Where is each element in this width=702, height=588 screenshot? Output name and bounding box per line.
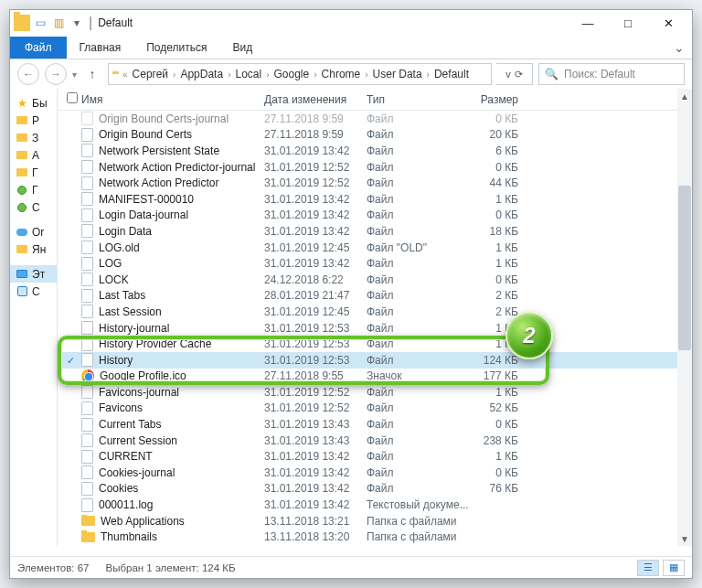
file-row[interactable]: MANIFEST-00001031.01.2019 13:42Файл1 КБ	[58, 191, 692, 208]
file-row[interactable]: LOG31.01.2019 13:42Файл1 КБ	[58, 255, 692, 272]
maximize-button[interactable]: □	[608, 10, 648, 36]
nav-forward-button[interactable]: →	[45, 63, 67, 85]
tab-share[interactable]: Поделиться	[133, 37, 219, 59]
tab-file[interactable]: Файл	[10, 37, 67, 59]
folder-icon	[81, 532, 95, 542]
view-details-button[interactable]: ☰	[637, 560, 659, 576]
sidebar-item[interactable]: Г	[10, 164, 57, 181]
file-row[interactable]: LOCK24.12.2018 6:22Файл0 КБ	[58, 272, 692, 288]
file-row[interactable]: Network Persistent State31.01.2019 13:42…	[58, 143, 692, 159]
breadcrumb-segment[interactable]: AppData	[180, 68, 223, 80]
breadcrumb-caret-icon[interactable]: ›	[266, 69, 269, 80]
breadcrumb-caret-icon[interactable]: ›	[314, 69, 316, 80]
file-row[interactable]: History31.01.2019 12:53Файл124 КБ	[58, 352, 692, 369]
search-placeholder: Поиск: Default	[564, 68, 635, 80]
file-list[interactable]: Origin Bound Certs-journal27.11.2018 9:5…	[58, 111, 692, 546]
sidebar-item[interactable]: С	[10, 283, 57, 300]
sidebar-item[interactable]: Эт	[10, 265, 57, 283]
file-row[interactable]: Current Tabs31.01.2019 13:43Файл0 КБ	[58, 416, 692, 433]
file-row[interactable]: Origin Bound Certs27.11.2018 9:59Файл20 …	[58, 127, 692, 144]
col-name[interactable]: Имя	[81, 93, 264, 106]
file-row[interactable]: Sync Extension Settings13.11.2018 13:21П…	[58, 545, 692, 546]
file-row[interactable]: Network Action Predictor-journal31.01.20…	[58, 159, 692, 176]
folder-icon	[16, 243, 28, 256]
qat-newfolder-icon[interactable]: ▥	[50, 15, 67, 31]
file-type: Файл	[367, 257, 469, 270]
tab-home[interactable]: Главная	[67, 37, 134, 59]
file-date: 31.01.2019 13:43	[264, 418, 367, 431]
nav-up-button[interactable]: ↑	[82, 64, 102, 84]
file-row[interactable]: Network Action Predictor31.01.2019 12:52…	[58, 175, 692, 191]
column-headers[interactable]: Имя Дата изменения Тип Размер	[58, 89, 692, 111]
qat-properties-icon[interactable]: ▭	[32, 15, 48, 31]
file-row[interactable]: Cookies-journal31.01.2019 13:42Файл0 КБ	[58, 465, 692, 481]
breadcrumb-segment[interactable]: User Data	[373, 68, 422, 80]
breadcrumb-caret-icon[interactable]: ›	[427, 69, 430, 80]
file-row[interactable]: History Provider Cache31.01.2019 12:53Фа…	[58, 336, 692, 352]
select-all-checkbox[interactable]	[67, 92, 78, 103]
breadcrumb-caret-icon[interactable]: ›	[228, 69, 230, 80]
breadcrumb-segment[interactable]: Сергей	[133, 68, 169, 80]
sidebar-item[interactable]: ★Бы	[10, 94, 57, 112]
breadcrumb-segment[interactable]: Chrome	[322, 68, 361, 80]
sidebar-item[interactable]: А	[10, 146, 57, 164]
sidebar-item[interactable]: С	[10, 198, 57, 216]
search-input[interactable]: 🔍 Поиск: Default	[538, 63, 685, 85]
file-date: 31.01.2019 12:53	[264, 337, 367, 350]
col-size[interactable]: Размер	[469, 93, 535, 106]
refresh-icon[interactable]: ⟳	[515, 69, 523, 80]
file-date: 31.01.2019 12:52	[264, 161, 367, 174]
view-icons-button[interactable]: ▦	[663, 560, 685, 576]
expand-ribbon-icon[interactable]: ⌄	[674, 40, 685, 59]
scroll-thumb[interactable]	[678, 186, 691, 350]
sidebar-item[interactable]: Or	[10, 223, 57, 241]
address-dropdown[interactable]: v⟳	[496, 63, 533, 85]
status-bar: Элементов: 67 Выбран 1 элемент: 124 КБ ☰…	[10, 556, 692, 578]
scroll-down-icon[interactable]: ▼	[677, 531, 692, 546]
nav-back-button[interactable]: ←	[17, 63, 39, 85]
file-name: 000011.log	[99, 498, 153, 511]
file-row[interactable]: Login Data-journal31.01.2019 13:42Файл0 …	[58, 208, 692, 224]
file-row[interactable]: Cookies31.01.2019 13:42Файл76 КБ	[58, 481, 692, 497]
sidebar-item[interactable]: Г	[10, 181, 57, 198]
file-size: 44 КБ	[469, 176, 535, 189]
breadcrumb-caret-icon[interactable]: ›	[365, 69, 367, 80]
row-checkbox[interactable]	[67, 354, 81, 367]
file-row[interactable]: Web Applications13.11.2018 13:21Папка с …	[58, 513, 692, 529]
sidebar-item[interactable]: Р	[10, 112, 57, 129]
file-size: 238 КБ	[469, 434, 535, 447]
breadcrumb-segment[interactable]: Local	[235, 68, 261, 80]
vertical-scrollbar[interactable]: ▲ ▼	[677, 89, 692, 546]
file-row[interactable]: LOG.old31.01.2019 12:45Файл "OLD"1 КБ	[58, 240, 692, 256]
file-row[interactable]: Current Session31.01.2019 13:43Файл238 К…	[58, 433, 692, 449]
file-row[interactable]: Thumbnails13.11.2018 13:20Папка с файлам…	[58, 529, 692, 545]
tab-view[interactable]: Вид	[219, 37, 265, 59]
breadcrumb-caret-icon: «	[122, 69, 128, 80]
sidebar-item-label: Or	[32, 226, 44, 239]
col-type[interactable]: Тип	[367, 93, 469, 106]
breadcrumb-segment[interactable]: Google	[274, 68, 310, 80]
file-row[interactable]: Origin Bound Certs-journal27.11.2018 9:5…	[58, 111, 692, 127]
qat-caret-icon[interactable]: ▾	[69, 15, 85, 31]
file-row[interactable]: Login Data31.01.2019 13:42Файл18 КБ	[58, 223, 692, 240]
col-date[interactable]: Дата изменения	[264, 93, 367, 106]
scroll-up-icon[interactable]: ▲	[677, 89, 692, 103]
navigation-sidebar[interactable]: ★БыРЗАГГСOrЯнЭтС	[10, 89, 58, 546]
sidebar-item-label: Эт	[32, 268, 45, 281]
sidebar-item[interactable]: З	[10, 129, 57, 146]
sidebar-item[interactable]: Ян	[10, 241, 57, 258]
breadcrumb-caret-icon[interactable]: ›	[173, 69, 176, 80]
file-row[interactable]: 000011.log31.01.2019 13:42Текстовый доку…	[58, 497, 692, 513]
file-row[interactable]: Last Session31.01.2019 12:45Файл2 КБ	[58, 304, 692, 320]
file-row[interactable]: Favicons-journal31.01.2019 12:52Файл1 КБ	[58, 384, 692, 401]
file-row[interactable]: Favicons31.01.2019 12:52Файл52 КБ	[58, 401, 692, 417]
file-row[interactable]: History-journal31.01.2019 12:53Файл1 КБ	[58, 320, 692, 337]
address-bar[interactable]: « Сергей›AppData›Local›Google›Chrome›Use…	[108, 63, 492, 85]
file-row[interactable]: Last Tabs28.01.2019 21:47Файл2 КБ	[58, 288, 692, 305]
file-row[interactable]: CURRENT31.01.2019 13:42Файл1 КБ	[58, 448, 692, 465]
close-button[interactable]: ✕	[648, 10, 688, 36]
breadcrumb-segment[interactable]: Default	[434, 68, 469, 80]
file-row[interactable]: Google Profile.ico27.11.2018 9:55Значок1…	[58, 369, 692, 385]
minimize-button[interactable]: —	[568, 10, 608, 36]
nav-history-caret-icon[interactable]: ▾	[72, 69, 77, 80]
